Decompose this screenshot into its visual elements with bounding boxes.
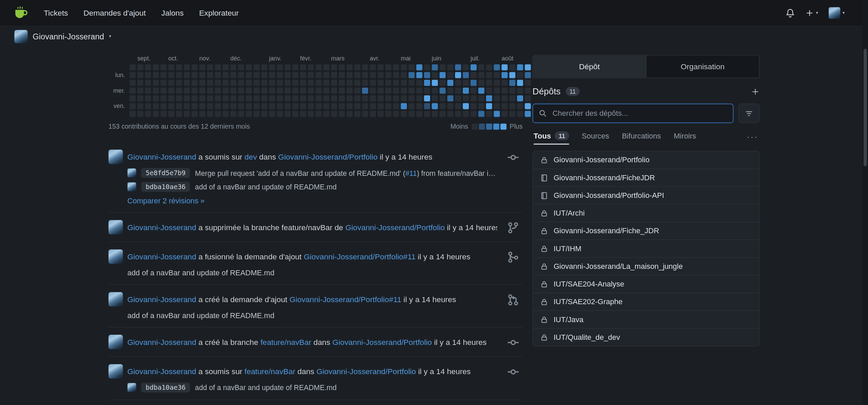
heatmap-cell[interactable] xyxy=(377,88,383,94)
heatmap-cell[interactable] xyxy=(501,72,508,78)
heatmap-cell[interactable] xyxy=(463,64,469,70)
filter-tab-sources[interactable]: Sources xyxy=(582,132,609,145)
inline-link[interactable]: Giovanni-Josserand/Portfolio xyxy=(332,337,432,346)
heatmap-cell[interactable] xyxy=(207,88,213,94)
heatmap-cell[interactable] xyxy=(347,103,353,109)
heatmap-cell[interactable] xyxy=(254,111,260,117)
heatmap-cell[interactable] xyxy=(409,64,415,70)
heatmap-cell[interactable] xyxy=(525,80,531,86)
heatmap-cell[interactable] xyxy=(246,88,252,94)
heatmap-cell[interactable] xyxy=(501,64,508,70)
actor-avatar[interactable] xyxy=(108,364,123,379)
heatmap-cell[interactable] xyxy=(525,111,531,117)
heatmap-cell[interactable] xyxy=(525,95,531,102)
heatmap-cell[interactable] xyxy=(323,80,329,86)
heatmap-cell[interactable] xyxy=(385,80,391,86)
heatmap-cell[interactable] xyxy=(300,80,306,86)
heatmap-cell[interactable] xyxy=(246,72,252,78)
heatmap-cell[interactable] xyxy=(509,95,515,102)
heatmap-cell[interactable] xyxy=(254,95,260,102)
heatmap-cell[interactable] xyxy=(168,64,174,70)
heatmap-cell[interactable] xyxy=(269,111,275,117)
heatmap-cell[interactable] xyxy=(432,111,438,117)
heatmap-cell[interactable] xyxy=(416,64,422,70)
heatmap-cell[interactable] xyxy=(316,64,322,70)
heatmap-cell[interactable] xyxy=(377,95,383,102)
heatmap-cell[interactable] xyxy=(292,80,298,86)
heatmap-cell[interactable] xyxy=(478,72,485,78)
heatmap-cell[interactable] xyxy=(269,72,275,78)
heatmap-cell[interactable] xyxy=(331,88,337,94)
heatmap-cell[interactable] xyxy=(192,72,198,78)
nav-link-pull-requests[interactable]: Demandes d'ajout xyxy=(76,0,153,25)
heatmap-cell[interactable] xyxy=(370,72,376,78)
heatmap-cell[interactable] xyxy=(323,88,329,94)
heatmap-cell[interactable] xyxy=(308,111,314,117)
heatmap-cell[interactable] xyxy=(463,80,469,86)
heatmap-cell[interactable] xyxy=(432,80,438,86)
heatmap-cell[interactable] xyxy=(254,64,260,70)
heatmap-cell[interactable] xyxy=(362,72,368,78)
heatmap-cell[interactable] xyxy=(215,72,221,78)
heatmap-cell[interactable] xyxy=(416,95,422,102)
heatmap-cell[interactable] xyxy=(261,103,268,109)
heatmap-cell[interactable] xyxy=(393,64,399,70)
heatmap-cell[interactable] xyxy=(424,111,430,117)
heatmap-cell[interactable] xyxy=(354,64,360,70)
heatmap-cell[interactable] xyxy=(455,64,461,70)
heatmap-cell[interactable] xyxy=(486,88,492,94)
heatmap-cell[interactable] xyxy=(331,80,337,86)
heatmap-cell[interactable] xyxy=(230,64,236,70)
repo-filter-button[interactable] xyxy=(738,104,760,123)
nav-link-tickets[interactable]: Tickets xyxy=(36,0,76,25)
heatmap-cell[interactable] xyxy=(471,111,477,117)
heatmap-cell[interactable] xyxy=(455,95,461,102)
heatmap-cell[interactable] xyxy=(230,103,236,109)
heatmap-cell[interactable] xyxy=(370,64,376,70)
heatmap-cell[interactable] xyxy=(478,103,485,109)
heatmap-cell[interactable] xyxy=(222,111,229,117)
heatmap-cell[interactable] xyxy=(269,80,275,86)
heatmap-cell[interactable] xyxy=(494,95,500,102)
actor-avatar[interactable] xyxy=(108,150,123,164)
heatmap-cell[interactable] xyxy=(192,80,198,86)
heatmap-cell[interactable] xyxy=(377,111,383,117)
heatmap-cell[interactable] xyxy=(145,111,151,117)
heatmap-cell[interactable] xyxy=(517,80,523,86)
heatmap-cell[interactable] xyxy=(230,80,236,86)
heatmap-cell[interactable] xyxy=(176,103,182,109)
heatmap-cell[interactable] xyxy=(246,103,252,109)
heatmap-cell[interactable] xyxy=(347,88,353,94)
more-filters-icon[interactable]: ··· xyxy=(747,132,758,145)
heatmap-cell[interactable] xyxy=(238,64,244,70)
heatmap-cell[interactable] xyxy=(184,64,190,70)
heatmap-cell[interactable] xyxy=(486,111,492,117)
heatmap-cell[interactable] xyxy=(463,72,469,78)
heatmap-cell[interactable] xyxy=(432,103,438,109)
heatmap-cell[interactable] xyxy=(486,64,492,70)
new-repo-button[interactable] xyxy=(751,87,760,95)
repo-list-item[interactable]: Giovanni-Josserand/La_maison_jungle xyxy=(533,257,759,275)
heatmap-cell[interactable] xyxy=(354,95,360,102)
repo-list-item[interactable]: Giovanni-Josserand/Portfolio xyxy=(533,151,759,169)
heatmap-cell[interactable] xyxy=(509,72,515,78)
heatmap-cell[interactable] xyxy=(160,80,166,86)
heatmap-cell[interactable] xyxy=(222,72,229,78)
inline-link[interactable]: Giovanni-Josserand xyxy=(127,337,196,346)
heatmap-cell[interactable] xyxy=(153,80,159,86)
heatmap-cell[interactable] xyxy=(370,80,376,86)
heatmap-cell[interactable] xyxy=(424,80,430,86)
heatmap-cell[interactable] xyxy=(525,64,531,70)
heatmap-cell[interactable] xyxy=(316,103,322,109)
heatmap-cell[interactable] xyxy=(339,95,345,102)
heatmap-cell[interactable] xyxy=(246,64,252,70)
nav-link-milestones[interactable]: Jalons xyxy=(154,0,192,25)
heatmap-cell[interactable] xyxy=(501,95,508,102)
heatmap-cell[interactable] xyxy=(284,80,291,86)
heatmap-cell[interactable] xyxy=(207,80,213,86)
heatmap-cell[interactable] xyxy=(331,72,337,78)
heatmap-cell[interactable] xyxy=(184,80,190,86)
heatmap-cell[interactable] xyxy=(277,111,283,117)
heatmap-cell[interactable] xyxy=(501,80,508,86)
heatmap-cell[interactable] xyxy=(308,88,314,94)
